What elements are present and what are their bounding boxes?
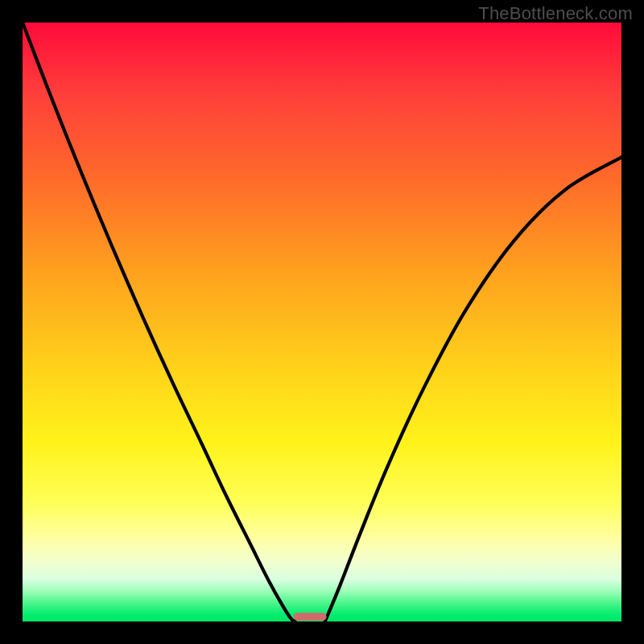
plot-area xyxy=(23,23,621,621)
right-curve xyxy=(325,157,621,621)
attribution-text: TheBottleneck.com xyxy=(478,3,633,24)
bottom-marker xyxy=(294,613,327,621)
left-curve xyxy=(23,23,295,621)
outer-frame: TheBottleneck.com xyxy=(0,0,644,644)
curves-layer xyxy=(23,23,621,621)
